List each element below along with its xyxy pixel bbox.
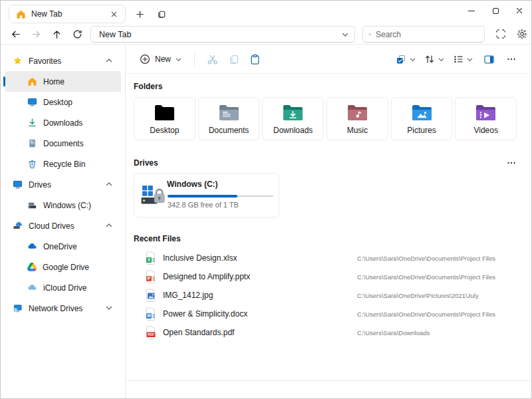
selection-marquee-icon [495,29,506,39]
tab-close-button[interactable] [108,8,120,20]
sidebar-item-downloads[interactable]: Downloads [5,112,121,133]
chevron-down-icon[interactable] [105,304,113,312]
folder-label: Pictures [407,126,436,135]
drives-heading: Drives [134,158,158,168]
list-view-icon [453,54,464,65]
folder-card-documents[interactable]: Documents [198,97,260,140]
drive-usage-fill [168,195,237,198]
icloud-icon [27,283,37,293]
toolbar-divider [194,53,195,66]
network-drive-icon [13,303,23,313]
sidebar-item-google-drive[interactable]: Google Drive [5,257,121,277]
file-explorer-window: New Tab Favorites [0,0,532,399]
paste-button[interactable] [244,49,265,69]
file-row-pdf[interactable]: PDF Open Standards.pdf C:\Users\Sara\Dow… [134,323,517,342]
smart-select-button[interactable] [491,25,510,43]
folder-label: Documents [209,126,249,135]
sidebar-section-drives[interactable]: Drives [5,174,121,195]
cloud-drive-icon [13,221,23,231]
multiselect-icon [396,54,406,65]
sidebar-section-cloud-drives[interactable]: Cloud Drives [5,215,121,236]
selection-options-button[interactable] [392,49,420,69]
sidebar-section-network-drives[interactable]: Network Drives [5,298,121,319]
plus-icon [136,10,144,19]
folder-label: Desktop [150,126,179,135]
up-arrow-icon [52,29,62,39]
status-bar [126,380,531,398]
search-icon [368,30,371,39]
tab-label: New Tab [31,9,108,19]
drive-usage-bar [168,195,273,198]
cut-button[interactable] [201,49,223,69]
folder-label: Music [347,126,368,135]
folder-card-pictures[interactable]: Pictures [391,97,453,140]
file-row-jpg[interactable]: IMG_1412.jpg C:\Users\Sara\OneDrive\Pict… [134,286,517,305]
folder-card-downloads[interactable]: Downloads [262,97,324,140]
folder-card-music[interactable]: Music [327,97,388,140]
sort-button[interactable] [421,49,448,69]
sidebar-item-documents[interactable]: Documents [5,133,121,154]
file-name: Power & Simplicity.docx [163,309,247,319]
drives-more-button[interactable] [506,158,517,168]
chevron-up-icon[interactable] [105,221,113,229]
sidebar-item-desktop[interactable]: Desktop [5,92,121,112]
google-drive-icon [27,263,37,271]
back-arrow-icon [11,29,21,39]
maximize-button[interactable] [483,1,507,21]
file-path: C:\Users\Sara\Downloads [357,329,430,336]
word-file-icon: W [146,307,156,321]
duplicate-tab-button[interactable] [152,6,170,22]
pdf-file-icon: PDF [146,326,156,339]
back-button[interactable] [6,25,25,43]
up-button[interactable] [47,25,66,43]
file-row-pptx[interactable]: P Designed to Amplify.pptx C:\Users\Sara… [134,267,517,286]
search-input[interactable] [376,30,479,39]
details-pane-icon [483,54,495,65]
file-row-xlsx[interactable]: X Inclusive Design.xlsx C:\Users\Sara\On… [134,249,517,267]
sidebar-item-home[interactable]: Home [5,71,121,92]
chevron-down-icon[interactable] [341,31,349,39]
folder-card-videos[interactable]: Videos [455,97,517,140]
hdd-icon [27,200,37,210]
file-path: C:\Users\Sara\OneDrive\Pictures\2021\Jul… [357,292,479,299]
file-row-docx[interactable]: W Power & Simplicity.docx C:\Users\Sara\… [134,305,517,323]
more-options-button[interactable] [501,49,522,69]
refresh-button[interactable] [68,25,86,43]
sidebar: Favorites Home Desktop Downloads Documen… [1,45,126,398]
chevron-up-icon[interactable] [105,180,113,188]
recycle-bin-icon [27,159,37,169]
minimize-button[interactable] [460,1,483,21]
drive-card-windows-c[interactable]: Windows (C:) 342.8 GB free of 1 TB [134,173,279,217]
folder-documents-icon [218,104,240,122]
close-window-button[interactable] [507,1,531,21]
new-button[interactable]: New [134,49,188,69]
folders-grid: Desktop Documents Downloads Music Pictur… [134,97,517,140]
settings-button[interactable] [513,25,531,43]
drive-name: Windows (C:) [167,180,218,189]
new-button-label: New [155,55,171,64]
minimize-icon [468,11,475,11]
forward-button[interactable] [27,25,45,43]
folder-card-desktop[interactable]: Desktop [134,97,196,140]
home-icon [16,9,26,19]
new-tab-button[interactable] [131,6,148,22]
powerpoint-file-icon: P [146,270,156,283]
sidebar-item-onedrive[interactable]: OneDrive [5,236,121,257]
details-pane-button[interactable] [478,49,499,69]
address-bar[interactable] [90,26,355,43]
svg-text:PDF: PDF [148,332,154,336]
search-box[interactable] [362,26,485,43]
folder-pictures-icon [411,104,433,122]
sidebar-item-recycle-bin[interactable]: Recycle Bin [5,154,121,174]
sidebar-item-windows-c[interactable]: Windows (C:) [5,195,121,215]
close-icon [110,11,118,18]
titlebar[interactable]: New Tab [1,1,531,25]
address-input[interactable] [99,30,341,39]
chevron-up-icon[interactable] [105,57,113,65]
view-options-button[interactable] [450,49,477,69]
chevron-down-icon [175,56,182,63]
sidebar-item-icloud-drive[interactable]: iCloud Drive [5,277,121,298]
sidebar-section-favorites[interactable]: Favorites [5,51,121,71]
copy-button[interactable] [223,49,244,69]
tab-new-tab[interactable]: New Tab [9,5,126,23]
